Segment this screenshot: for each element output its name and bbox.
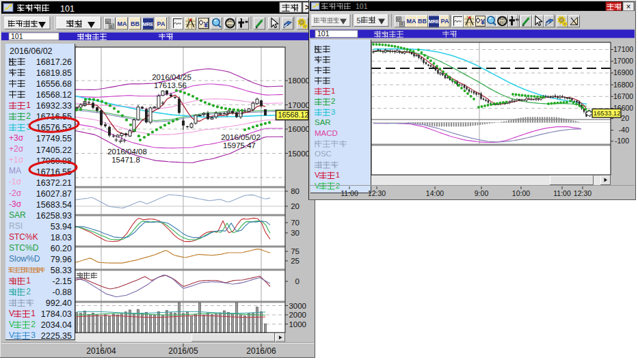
svg-text:V: V (9, 320, 14, 329)
svg-text:MRE: MRE (429, 19, 440, 24)
svg-text:9:00: 9:00 (475, 189, 489, 197)
svg-text:101: 101 (317, 29, 330, 38)
svg-text:1000: 1000 (289, 320, 306, 328)
svg-text:25: 25 (291, 257, 300, 265)
svg-text:17000: 17000 (288, 101, 310, 109)
svg-text:3: 3 (31, 331, 36, 340)
svg-text:15471.8: 15471.8 (111, 156, 140, 164)
svg-text:PA: PA (441, 18, 449, 25)
svg-text:-2σ: -2σ (9, 188, 22, 198)
svg-text:16700: 16700 (613, 92, 633, 100)
svg-text:×: × (626, 2, 630, 12)
svg-text:17405.22: 17405.22 (36, 145, 72, 155)
svg-text:12:30: 12:30 (574, 189, 592, 197)
svg-text:16568.12: 16568.12 (278, 111, 309, 119)
svg-text:79.96: 79.96 (51, 255, 72, 264)
svg-text:-100: -100 (615, 137, 629, 145)
svg-text:16258.93: 16258.93 (36, 211, 72, 221)
svg-text:16817.26: 16817.26 (36, 57, 72, 67)
svg-text:70: 70 (291, 219, 300, 227)
svg-text:-3σ: -3σ (9, 199, 22, 209)
svg-text:1: 1 (336, 171, 340, 179)
svg-text:¥: ¥ (481, 18, 486, 26)
svg-text:R: R (110, 25, 114, 29)
svg-text:+3σ: +3σ (9, 133, 24, 143)
svg-text:17100: 17100 (613, 45, 633, 53)
svg-text:16000: 16000 (288, 125, 310, 133)
svg-text:14:00: 14:00 (426, 189, 444, 197)
svg-text:16932.33: 16932.33 (36, 101, 72, 111)
svg-text:2016/05: 2016/05 (168, 346, 198, 356)
svg-text:+1σ: +1σ (9, 155, 24, 165)
svg-text:2016/04/08: 2016/04/08 (107, 148, 147, 156)
svg-text:MA: MA (118, 20, 127, 27)
svg-text:17000: 17000 (613, 57, 633, 65)
svg-text:890: 890 (499, 20, 505, 25)
svg-text:PA: PA (157, 20, 165, 27)
svg-text:0: 0 (295, 277, 300, 285)
svg-text:20: 20 (621, 114, 629, 122)
svg-text:101: 101 (60, 4, 75, 14)
svg-text:992.40: 992.40 (46, 298, 72, 308)
svg-text:OSC: OSC (315, 150, 332, 158)
svg-text:16027.87: 16027.87 (36, 189, 72, 199)
svg-text:2225.35: 2225.35 (41, 331, 72, 341)
svg-text:16900: 16900 (613, 68, 633, 76)
svg-text:80: 80 (291, 187, 300, 195)
svg-text:12:30: 12:30 (368, 189, 386, 197)
svg-text:BB: BB (131, 20, 139, 27)
svg-text:890: 890 (227, 23, 233, 27)
svg-text:¥: ¥ (204, 20, 209, 29)
svg-text:2034.04: 2034.04 (41, 320, 72, 330)
svg-text:2016/04/25: 2016/04/25 (152, 73, 191, 81)
svg-text:3: 3 (331, 108, 335, 116)
svg-text:Slow%D: Slow%D (9, 254, 40, 264)
svg-text:75: 75 (291, 247, 300, 255)
svg-text:MA: MA (9, 166, 21, 176)
svg-text:SAR: SAR (9, 210, 26, 220)
svg-text:-40: -40 (619, 126, 629, 134)
svg-text:2: 2 (31, 320, 36, 329)
svg-text:U: U (397, 17, 400, 21)
svg-text:17613.56: 17613.56 (154, 81, 187, 89)
svg-text:1: 1 (26, 100, 31, 110)
svg-text:16819.85: 16819.85 (36, 68, 72, 78)
svg-text:1784.03: 1784.03 (41, 309, 72, 319)
svg-text:16372.21: 16372.21 (36, 178, 72, 188)
svg-text:2: 2 (26, 111, 31, 121)
svg-text:16800: 16800 (613, 81, 633, 89)
svg-text:R: R (401, 22, 404, 26)
svg-text:BB: BB (418, 18, 427, 25)
svg-text:15683.54: 15683.54 (36, 200, 72, 210)
svg-text:SAR: SAR (315, 118, 331, 126)
svg-text:15975.47: 15975.47 (223, 141, 256, 150)
svg-text:16568.12: 16568.12 (36, 90, 72, 100)
svg-text:18.03: 18.03 (51, 233, 72, 242)
svg-text:STC%K: STC%K (9, 232, 38, 242)
svg-text:30: 30 (291, 229, 300, 237)
svg-text:2: 2 (26, 287, 31, 296)
svg-text:1: 1 (26, 276, 31, 285)
svg-text:58.33: 58.33 (51, 266, 72, 275)
svg-text:RSI: RSI (9, 221, 23, 231)
svg-text:18000: 18000 (288, 76, 310, 85)
svg-text:+2σ: +2σ (9, 144, 24, 154)
svg-text:101: 101 (11, 32, 23, 40)
svg-text:U: U (107, 20, 109, 24)
svg-text:16533.12: 16533.12 (594, 109, 621, 117)
svg-text:-1σ: -1σ (9, 177, 22, 186)
svg-text:2000: 2000 (289, 311, 306, 319)
svg-text:2: 2 (331, 97, 335, 105)
svg-text:2016/05/02: 2016/05/02 (221, 133, 261, 141)
svg-text:1: 1 (331, 87, 335, 95)
svg-text:10:00: 10:00 (512, 189, 530, 197)
svg-text:-2.15: -2.15 (53, 277, 72, 286)
svg-text:11:00: 11:00 (553, 189, 571, 197)
svg-text:20: 20 (291, 202, 300, 210)
svg-text:MRE: MRE (143, 22, 154, 27)
svg-text:2016/06/02: 2016/06/02 (10, 46, 53, 56)
svg-text:1: 1 (31, 309, 36, 318)
svg-text:17749.55: 17749.55 (36, 134, 72, 143)
svg-text:3000: 3000 (289, 302, 306, 310)
svg-text:101: 101 (356, 2, 368, 10)
